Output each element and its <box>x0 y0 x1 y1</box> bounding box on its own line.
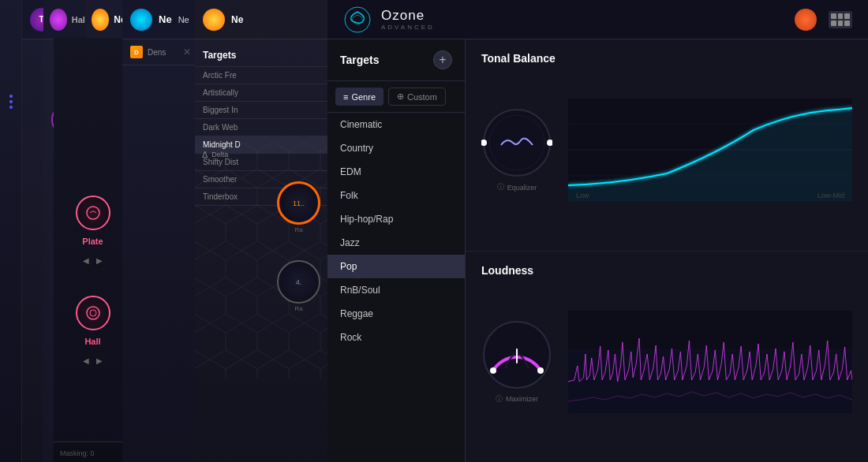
plate-content: Plate ◀ ▶ Hall ◀ ▶ <box>54 38 132 366</box>
genre-rnbsoul[interactable]: RnB/Soul <box>327 278 465 302</box>
ozone-logo-area: Ozone ADVANCED <box>343 6 435 34</box>
plate-svg-icon <box>84 204 102 222</box>
ozone-panel: Ozone ADVANCED Targets + <box>327 0 868 462</box>
close-button[interactable]: ✕ <box>183 47 191 58</box>
maximizer-dial-svg <box>481 319 552 390</box>
dial-2[interactable]: 4. <box>277 260 320 304</box>
genre-tab-label: Genre <box>351 92 376 102</box>
genre-folk[interactable]: Folk <box>327 184 465 207</box>
neoverb-title: Ne <box>159 13 172 25</box>
target-biggest[interactable]: Biggest In <box>195 102 328 119</box>
eq-dial-container: ⓘ Equalizer <box>481 107 552 192</box>
tonal-balance-content: ⓘ Equalizer <box>481 71 852 229</box>
maximizer-dial[interactable] <box>481 319 552 390</box>
target-artistically[interactable]: Artistically <box>195 84 328 102</box>
grid-cell-6 <box>844 20 850 26</box>
genre-country[interactable]: Country <box>327 136 465 160</box>
density-icon: D <box>130 46 143 58</box>
plate-prev-arrow[interactable]: ◀ <box>80 255 92 266</box>
targets-sidebar-title: Targets <box>340 54 380 66</box>
chart-label-low: Low <box>576 192 589 199</box>
density-label: Dens <box>148 48 166 57</box>
tonal-balance-title: Tonal Balance <box>481 52 852 65</box>
svg-point-18 <box>537 367 544 374</box>
neutron2-targets-title: Targets <box>203 50 236 61</box>
dot-indicator <box>9 95 13 98</box>
svg-point-3 <box>87 307 99 319</box>
ozone-header-icons <box>795 9 852 31</box>
ozone-header-circle-icon[interactable] <box>795 9 817 31</box>
neutron2-title: Ne <box>231 14 243 25</box>
eq-dial-svg <box>481 107 552 178</box>
plate-icon[interactable] <box>76 196 110 230</box>
targets-tabs-row: ≡ Genre ⊕ Custom <box>327 81 465 113</box>
masking-label: Masking: 0 <box>60 449 95 457</box>
dial-1[interactable]: 11.. <box>277 181 320 225</box>
target-darkweb[interactable]: Dark Web <box>195 119 328 136</box>
plate-next-arrow[interactable]: ▶ <box>94 255 105 266</box>
dial-2-label: Ra <box>277 305 320 312</box>
tonal-chart: Low Low-Mid <box>568 99 852 201</box>
hall-icon[interactable] <box>76 296 110 330</box>
tonal-balance-section: Tonal Balance <box>466 39 868 251</box>
tab-genre[interactable]: ≡ Genre <box>335 88 383 106</box>
dot-indicator <box>9 106 13 109</box>
ozone-app-subtitle: ADVANCED <box>381 24 435 31</box>
grid-cell-1 <box>831 13 836 19</box>
grid-cell-4 <box>831 20 836 26</box>
grid-cell-2 <box>838 13 844 19</box>
genre-pop[interactable]: Pop <box>327 255 465 278</box>
neoverb-logo <box>130 9 152 31</box>
genre-cinematic[interactable]: Cinematic <box>327 113 465 136</box>
ozone-title-group: Ozone ADVANCED <box>381 8 435 31</box>
ozone-header-grid-icon[interactable] <box>829 11 852 28</box>
au-logo <box>50 9 67 31</box>
loudness-content: ⓘ Maximizer <box>481 283 852 442</box>
target-arctic[interactable]: Arctic Fre <box>195 67 328 84</box>
genre-hiphop[interactable]: Hip-hop/Rap <box>327 207 465 231</box>
hex-dial-area: Δ Delta 11.. Ra 4. Ra <box>195 142 328 462</box>
max-info-icon: ⓘ <box>496 394 503 404</box>
svg-rect-21 <box>568 350 852 413</box>
chart-label-lowmid: Low-Mid <box>817 192 844 199</box>
svg-point-2 <box>87 207 99 219</box>
dial-1-label: Ra <box>277 226 320 233</box>
equalizer-dial[interactable] <box>481 107 552 178</box>
add-target-button[interactable]: + <box>433 50 452 69</box>
loudness-section: Loudness <box>466 251 868 463</box>
eq-info-icon: ⓘ <box>497 182 504 192</box>
delta-label: Delta <box>211 151 228 158</box>
dial-2-value: 4. <box>296 278 302 286</box>
hall-prev-arrow[interactable]: ◀ <box>80 356 92 366</box>
genre-edm[interactable]: EDM <box>327 160 465 184</box>
eq-label: ⓘ Equalizer <box>481 182 552 192</box>
ozone-main-content: Tonal Balance <box>466 39 868 462</box>
loudness-title: Loudness <box>481 264 852 277</box>
hall-next-arrow[interactable]: ▶ <box>94 356 105 366</box>
genre-list: Cinematic Country EDM Folk Hip-hop/Rap J… <box>327 113 465 349</box>
na-logo <box>92 9 109 31</box>
ozone-header: Ozone ADVANCED <box>327 0 868 39</box>
neutron2-header: Ne <box>195 0 328 39</box>
panel-plate: Plate ◀ ▶ Hall ◀ ▶ Masking: 0 <box>54 38 133 462</box>
hall-arrows: ◀ ▶ <box>80 356 105 366</box>
ozone-body: Targets + ≡ Genre ⊕ Custom Cinematic C <box>327 39 868 462</box>
max-label: ⓘ Maximizer <box>481 394 552 404</box>
targets-sidebar-header: Targets + <box>327 39 465 81</box>
genre-reggae[interactable]: Reggae <box>327 302 465 326</box>
loudness-chart <box>568 311 852 413</box>
genre-jazz[interactable]: Jazz <box>327 231 465 255</box>
tab-custom[interactable]: ⊕ Custom <box>388 88 446 106</box>
svg-point-7 <box>345 7 370 32</box>
neutron2-targets-header: Targets <box>195 39 328 67</box>
custom-tab-icon: ⊕ <box>397 91 404 102</box>
genre-rock[interactable]: Rock <box>327 326 465 349</box>
genre-tab-icon: ≡ <box>343 92 348 102</box>
hall-label: Hall <box>84 337 100 346</box>
delta-indicator: Δ Delta <box>202 150 228 159</box>
dial-2-area: 4. Ra <box>277 260 320 312</box>
maximizer-dial-container: ⓘ Maximizer <box>481 319 552 404</box>
panel-neutron2: Ne Targets Arctic Fre Artistically Bigge… <box>195 0 329 462</box>
plate-label: Plate <box>82 237 103 246</box>
plate-arrows: ◀ ▶ <box>80 255 105 266</box>
